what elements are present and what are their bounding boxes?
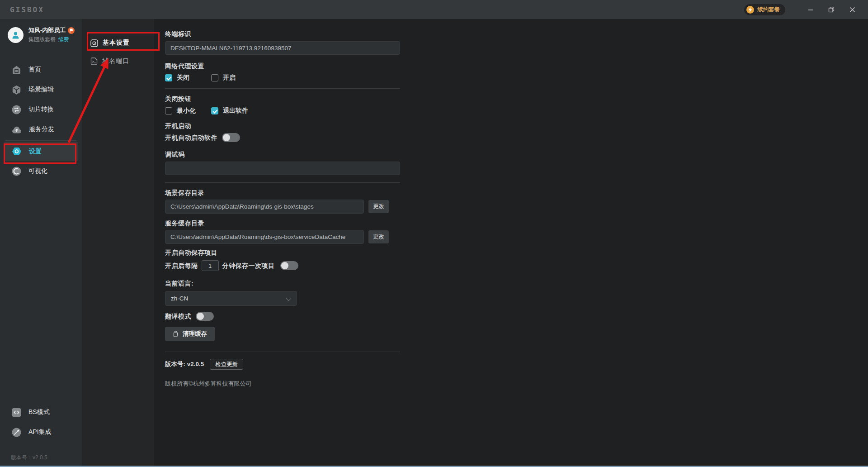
autostart-label: 开机自动启动软件 [165,134,217,141]
app-window: GISBOX 续约套餐 [0,0,868,467]
debug-code-input[interactable] [165,162,400,175]
user-card[interactable]: 知风-内部员工 集团版套餐 续费 [0,19,82,43]
titlebar: GISBOX 续约套餐 [0,0,868,19]
close-action-options: 最小化 退出软件 [165,106,400,115]
pie-chart-icon [12,167,21,176]
autosave-suffix: 分钟保存一次项目 [222,262,275,269]
close-action-label: 关闭按钮 [165,95,400,102]
close-button[interactable] [842,0,863,19]
primary-sidebar: 知风-内部员工 集团版套餐 续费 首页 [0,19,82,467]
sub-item-label: 域名端口 [102,57,129,65]
autostart-row: 开机自动启动软件 [165,133,400,142]
basic-settings-icon [90,39,98,47]
version-label: 版本号: v2.0.5 [165,360,204,368]
settings-sub-sidebar: 基本设置 域名端口 [82,19,154,467]
terminal-id-input[interactable] [165,41,400,55]
nav-item-slice-convert[interactable]: 切片转换 [4,100,78,119]
cloud-upload-icon [12,125,22,134]
minimize-button[interactable] [800,0,821,19]
flag-badge-icon [68,27,75,34]
startup-label: 开机启动 [165,123,400,129]
proxy-options: 关闭 开启 [165,73,400,82]
section-divider [165,352,400,352]
proxy-off-label: 关闭 [177,74,189,82]
nav-label: 服务分发 [29,125,54,133]
autosave-label: 开启自动保存项目 [165,249,400,256]
section-divider [165,88,400,89]
proxy-on-checkbox[interactable] [211,74,218,81]
renew-plan-label: 续约套餐 [757,6,780,14]
scene-dir-change-button[interactable]: 更改 [368,200,389,213]
nav-item-bs-mode[interactable]: BS模式 [4,402,78,422]
nav-label: 首页 [28,66,41,74]
sidebar-bottom: BS模式 API集成 版本号：v2.0.5 [0,402,82,467]
sub-item-basic-settings[interactable]: 基本设置 [82,34,154,52]
cache-dir-change-button[interactable]: 更改 [368,230,389,243]
autostart-toggle[interactable] [222,133,240,142]
user-renew-link[interactable]: 续费 [58,36,69,43]
settings-gear-icon [12,147,22,156]
nav-label: API集成 [28,428,52,436]
cache-dir-label: 服务缓存目录 [165,220,400,227]
terminal-id-label: 终端标识 [165,31,400,38]
renew-plan-button[interactable]: 续约套餐 [744,4,785,15]
nav-label: 切片转换 [28,105,54,114]
app-logo: GISBOX [10,5,44,14]
cube-icon [12,85,21,95]
nav-item-api[interactable]: API集成 [4,422,78,442]
nav-item-visualization[interactable]: 可视化 [4,161,78,181]
section-divider [165,182,400,183]
home-icon [12,65,21,75]
proxy-off-checkbox[interactable] [165,74,172,81]
sub-item-domain-port[interactable]: 域名端口 [82,52,154,70]
user-avatar [8,27,24,43]
translate-toggle[interactable] [196,312,214,321]
nav-label: BS模式 [28,408,50,416]
code-brackets-icon [12,408,21,417]
translate-label: 翻译模式 [165,313,191,320]
debug-code-label: 调试码 [165,151,400,158]
version-row: 版本号: v2.0.5 检查更新 [165,359,400,370]
pen-link-icon [12,428,21,437]
autosave-row: 开启后每隔 分钟保存一次项目 [165,260,400,271]
language-label: 当前语言: [165,280,400,287]
nav-item-settings[interactable]: 设置 [4,142,78,161]
nav-label: 场景编辑 [28,86,54,94]
proxy-on-label: 开启 [223,74,236,82]
chevron-down-icon [286,296,291,301]
autosave-toggle[interactable] [280,261,298,270]
scene-dir-row: 更改 [165,200,400,214]
nav-label: 可视化 [28,167,47,175]
user-name: 知风-内部员工 [28,26,66,34]
nav-divider [5,140,76,141]
maximize-restore-button[interactable] [821,0,842,19]
trash-icon [173,331,179,337]
cache-dir-input[interactable] [165,230,364,244]
main-nav: 首页 场景编辑 切片转换 [0,60,82,181]
nav-item-scene-edit[interactable]: 场景编辑 [4,80,78,100]
translate-row: 翻译模式 [165,312,400,321]
lightning-icon [746,6,754,14]
autosave-interval-input[interactable] [202,260,219,271]
nav-item-service-dist[interactable]: 服务分发 [4,119,78,139]
autosave-prefix: 开启后每隔 [165,262,198,269]
nav-item-home[interactable]: 首页 [4,60,78,80]
swap-arrows-icon [12,105,21,114]
clear-cache-button[interactable]: 清理缓存 [165,327,215,341]
scene-dir-input[interactable] [165,200,364,214]
cache-dir-row: 更改 [165,230,400,244]
clear-cache-label: 清理缓存 [183,330,207,338]
proxy-settings-label: 网络代理设置 [165,63,400,70]
minimize-checkbox[interactable] [165,107,172,114]
copyright-label: 版权所有©杭州多算科技有限公司 [165,380,400,388]
language-select[interactable]: zh-CN [165,291,297,306]
exit-app-checkbox[interactable] [211,107,218,114]
window-controls [800,0,863,19]
user-plan-label: 集团版套餐 [28,36,56,43]
check-update-button[interactable]: 检查更新 [210,359,243,370]
sidebar-version-label: 版本号：v2.0.5 [11,454,82,462]
sub-item-label: 基本设置 [103,39,130,47]
language-value: zh-CN [171,295,188,302]
settings-panel: 终端标识 网络代理设置 关闭 开启 关闭按钮 最小化 退出软件 开机启动 [154,19,868,467]
document-terminal-icon [90,57,98,65]
